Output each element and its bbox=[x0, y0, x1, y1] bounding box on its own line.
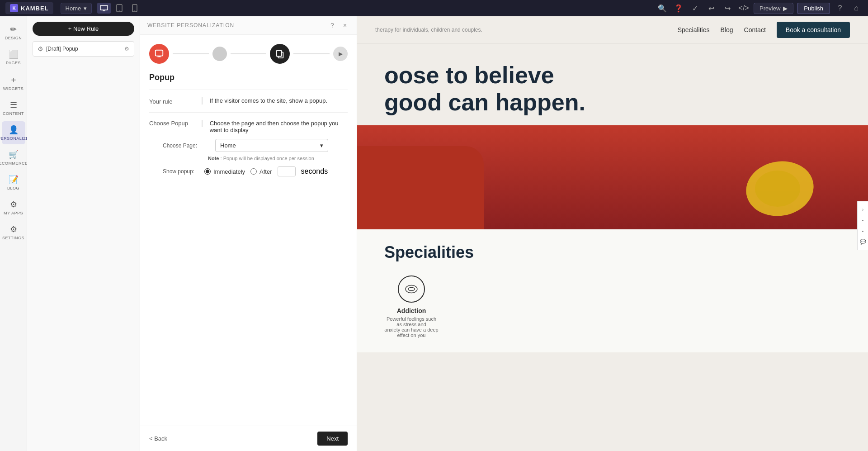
sidebar-item-content[interactable]: ☰ CONTENT bbox=[2, 96, 25, 119]
rule-item-label: [Draft] Popup bbox=[46, 46, 78, 52]
sidebar-item-blog[interactable]: 📝 BLOG bbox=[2, 171, 25, 194]
immediately-option[interactable]: Immediately bbox=[204, 168, 245, 175]
your-rule-value: If the visitor comes to the site, show a… bbox=[210, 97, 348, 104]
note-bold: Note bbox=[208, 156, 219, 161]
choose-popup-section: Choose Popup Choose the page and then ch… bbox=[149, 112, 348, 184]
new-rule-button[interactable]: + New Rule bbox=[33, 22, 134, 36]
redo-icon-btn[interactable]: ↪ bbox=[721, 2, 734, 14]
undo-icon-btn[interactable]: ↩ bbox=[705, 2, 717, 14]
after-option[interactable]: After bbox=[250, 168, 272, 175]
note-text: Note : Popup will be displayed once per … bbox=[208, 156, 348, 161]
design-icon: ✏ bbox=[10, 24, 17, 34]
after-radio[interactable] bbox=[250, 168, 257, 175]
choose-page-label: Choose Page: bbox=[163, 142, 208, 149]
main-layout: ✏ DESIGN ⬜ PAGES ＋ WIDGETS ☰ CONTENT 👤 P… bbox=[0, 16, 868, 451]
preview-website: therapy for individuals, children and co… bbox=[357, 16, 868, 451]
book-consultation-button[interactable]: Book a consultation bbox=[777, 22, 850, 38]
choose-page-row: Choose Page: Home ▾ bbox=[149, 139, 348, 152]
chat-icon-btn[interactable]: 💬 bbox=[859, 237, 868, 247]
toolbar-help-icon[interactable]: ? bbox=[834, 2, 846, 14]
sidebar-item-settings[interactable]: ⚙ SETTINGS bbox=[2, 221, 25, 244]
step-copy-icon bbox=[270, 44, 290, 64]
content-label: CONTENT bbox=[3, 111, 24, 116]
content-icon: ☰ bbox=[10, 100, 17, 110]
logo-area[interactable]: K KAMBEL bbox=[5, 2, 53, 14]
yarn-bag-inner bbox=[755, 171, 800, 207]
your-rule-label: Your rule bbox=[149, 97, 194, 105]
hero-subtitle: therapy for individuals, children and co… bbox=[375, 27, 667, 33]
choose-popup-row: Choose Popup Choose the page and then ch… bbox=[149, 120, 348, 133]
svg-point-4 bbox=[119, 10, 120, 11]
immediately-label: Immediately bbox=[213, 168, 245, 175]
play-icon: ▶ bbox=[783, 5, 788, 12]
float-bar-btn-2[interactable]: • bbox=[859, 216, 868, 225]
personalize-label: PERSONALIZE bbox=[0, 136, 29, 141]
modal-title: WEBSITE PERSONALIZATION bbox=[147, 22, 234, 28]
hero-title-line2: good can happen. bbox=[384, 89, 841, 116]
modal-close-icon[interactable]: × bbox=[340, 21, 349, 30]
page-selector-label: Home bbox=[66, 5, 81, 12]
home-icon[interactable]: ⌂ bbox=[850, 2, 863, 14]
next-button[interactable]: Next bbox=[317, 432, 348, 446]
rule-divider bbox=[202, 97, 203, 104]
hero-title: oose to believe good can happen. bbox=[384, 62, 841, 116]
widgets-label: WIDGETS bbox=[3, 86, 24, 91]
seconds-label: seconds bbox=[301, 167, 328, 176]
ecommerce-icon: 🛒 bbox=[9, 150, 19, 160]
page-dropdown-value: Home bbox=[220, 142, 236, 149]
preview-button[interactable]: Preview ▶ bbox=[754, 3, 793, 14]
svg-point-6 bbox=[134, 10, 135, 11]
step-play-btn[interactable]: ▶ bbox=[333, 47, 348, 61]
sidebar-item-design[interactable]: ✏ DESIGN bbox=[2, 21, 25, 44]
settings-label: SETTINGS bbox=[2, 236, 24, 240]
svg-rect-11 bbox=[277, 51, 282, 57]
specialities-title: Specialities bbox=[384, 243, 841, 262]
sidebar-item-my-apps[interactable]: ⚙ MY APPS bbox=[2, 196, 25, 219]
nav-specialities[interactable]: Specialities bbox=[678, 26, 710, 33]
modal-header-icons: ? × bbox=[328, 21, 349, 30]
website-nav: therapy for individuals, children and co… bbox=[357, 16, 868, 44]
search-icon-btn[interactable]: 🔍 bbox=[656, 2, 669, 14]
sidebar-item-pages[interactable]: ⬜ PAGES bbox=[2, 46, 25, 69]
page-selector[interactable]: Home ▾ bbox=[61, 3, 92, 14]
svg-point-12 bbox=[406, 285, 417, 293]
desktop-device-btn[interactable] bbox=[97, 3, 111, 14]
top-toolbar: K KAMBEL Home ▾ 🔍 ❓ ✓ ↩ ↪ </> Preview ▶ … bbox=[0, 0, 868, 16]
seconds-input[interactable] bbox=[278, 166, 296, 176]
back-button[interactable]: < Back bbox=[149, 435, 167, 442]
dropdown-chevron-icon: ▾ bbox=[320, 142, 323, 149]
choose-popup-description: Choose the page and then choose the popu… bbox=[210, 120, 348, 133]
preview-label: Preview bbox=[760, 5, 780, 12]
immediately-radio[interactable] bbox=[204, 168, 211, 175]
your-rule-row: Your rule If the visitor comes to the si… bbox=[149, 97, 348, 105]
sidebar-item-ecommerce[interactable]: 🛒 ECOMMERCE bbox=[2, 146, 25, 169]
rule-item-icon: ⚙ bbox=[38, 45, 43, 52]
preview-area: therapy for individuals, children and co… bbox=[357, 16, 868, 451]
right-float-bar: › • • 💬 bbox=[857, 201, 868, 250]
device-icons bbox=[97, 3, 142, 14]
help-icon-btn[interactable]: ❓ bbox=[672, 2, 685, 14]
after-label: After bbox=[259, 168, 272, 175]
publish-button[interactable]: Publish bbox=[797, 3, 830, 14]
modal-help-icon[interactable]: ? bbox=[328, 21, 337, 30]
nav-contact[interactable]: Contact bbox=[744, 26, 766, 33]
sidebar-item-personalize[interactable]: 👤 PERSONALIZE bbox=[2, 121, 25, 144]
chevron-down-icon: ▾ bbox=[84, 5, 87, 12]
rule-settings-gear-icon[interactable]: ⚙ bbox=[124, 46, 129, 52]
mobile-device-btn[interactable] bbox=[128, 3, 142, 14]
step-connector-3 bbox=[293, 53, 330, 54]
rule-list-item[interactable]: ⚙ [Draft] Popup ⚙ bbox=[33, 41, 134, 57]
step-connector-1 bbox=[173, 53, 209, 54]
tablet-device-btn[interactable] bbox=[113, 3, 126, 14]
check-icon-btn[interactable]: ✓ bbox=[689, 2, 701, 14]
nav-blog[interactable]: Blog bbox=[721, 26, 733, 33]
sidebar-item-widgets[interactable]: ＋ WIDGETS bbox=[2, 71, 25, 95]
code-icon-btn[interactable]: </> bbox=[737, 2, 750, 14]
step-popup-icon bbox=[149, 44, 169, 64]
page-dropdown[interactable]: Home ▾ bbox=[215, 139, 328, 152]
couch-arm-left bbox=[357, 146, 484, 229]
ecommerce-label: ECOMMERCE bbox=[0, 161, 28, 166]
float-bar-btn-1[interactable]: › bbox=[859, 205, 868, 214]
float-bar-btn-3[interactable]: • bbox=[859, 227, 868, 236]
speciality-addiction-name: Addiction bbox=[384, 307, 439, 314]
